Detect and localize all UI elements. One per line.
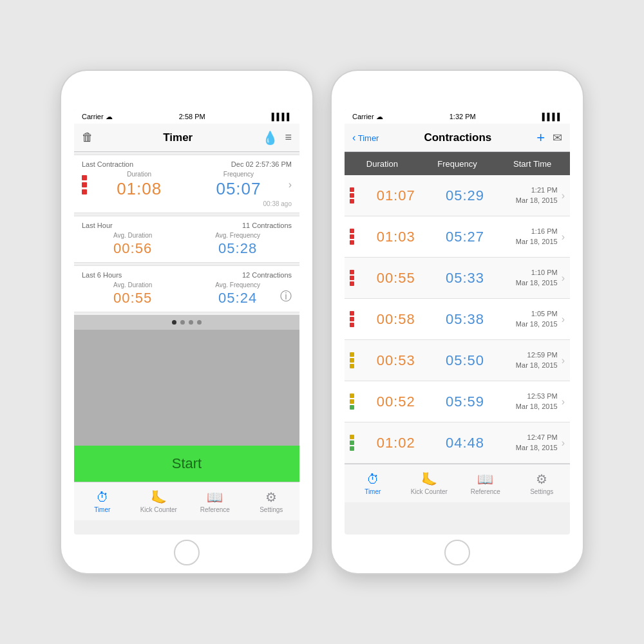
tab-timer-2[interactable]: ⏱ Timer — [345, 472, 401, 495]
carrier-1: Carrier ☁ — [82, 113, 113, 121]
kick-tab-icon: 🦶 — [151, 489, 167, 505]
header-frequency: Frequency — [420, 159, 495, 169]
table-header: Duration Frequency Start Time — [345, 152, 570, 175]
avg-freq-1: Avg. Frequency 05:28 — [215, 232, 260, 257]
home-button-2[interactable] — [444, 540, 470, 565]
last-6h-contractions: 12 Contractions — [242, 271, 292, 279]
last-hour-contractions: 11 Contractions — [242, 222, 292, 229]
ref-tab-label: Reference — [200, 506, 230, 513]
avg-dur-val-6h: 00:55 — [113, 290, 152, 307]
ago-text: 00:38 ago — [82, 200, 292, 207]
last-contraction-label: Last Contraction — [82, 160, 133, 168]
avg-freq-label-1: Avg. Frequency — [215, 232, 260, 239]
settings-tab-icon: ⚙ — [265, 489, 277, 505]
row-dots-4 — [350, 311, 359, 327]
drop-icon[interactable]: 💧 — [262, 130, 278, 146]
battery-1: ▌▌▌▌ — [272, 113, 292, 120]
row-chevron-5: › — [562, 355, 565, 366]
back-button[interactable]: ‹ Timer — [352, 132, 379, 144]
add-button[interactable]: + — [536, 129, 545, 146]
chevron-right-1[interactable]: › — [289, 179, 292, 191]
mail-icon[interactable]: ✉ — [553, 131, 562, 145]
settings-tab-label-2: Settings — [530, 488, 553, 495]
row-duration-5: 00:53 — [361, 352, 430, 369]
duration-label: Duration — [127, 171, 151, 178]
row-time-5: 12:59 PM Mar 18, 2015 — [500, 350, 558, 370]
row-dots-3 — [350, 270, 359, 286]
row-time-3: 1:10 PM Mar 18, 2015 — [500, 268, 558, 288]
tab-kick-2[interactable]: 🦶 Kick Counter — [401, 471, 458, 495]
row-time-1: 1:21 PM Mar 18, 2015 — [500, 185, 558, 205]
avg-freq-label-6h: Avg. Frequency — [215, 281, 260, 289]
row-duration-4: 00:58 — [361, 311, 430, 328]
row-frequency-4: 05:38 — [430, 311, 499, 328]
row-duration-2: 01:03 — [361, 229, 430, 245]
table-row[interactable]: 01:02 04:48 12:47 PM Mar 18, 2015 › — [345, 422, 570, 464]
table-row[interactable]: 00:55 05:33 1:10 PM Mar 18, 2015 › — [345, 258, 570, 299]
avg-freq-val-1: 05:28 — [218, 240, 257, 257]
avg-dur-label-1: Avg. Duration — [113, 232, 152, 239]
last-hour-card: Last Hour 11 Contractions Avg. Duration … — [74, 216, 299, 263]
row-frequency-5: 05:50 — [430, 352, 499, 369]
settings-tab-label: Settings — [260, 506, 283, 513]
table-row[interactable]: 01:03 05:27 1:16 PM Mar 18, 2015 › — [345, 216, 570, 258]
dot-4 — [197, 320, 202, 325]
row-chevron-3: › — [562, 272, 565, 284]
last-6hours-card: Last 6 Hours 12 Contractions Avg. Durati… — [74, 265, 299, 312]
timer-tab-icon: ⏱ — [96, 490, 109, 505]
tab-bar-1: ⏱ Timer 🦶 Kick Counter 📖 Reference ⚙ Set… — [74, 482, 299, 520]
phone-timer: Carrier ☁ 2:58 PM ▌▌▌▌ 🗑 Timer 💧 ≡ Last … — [61, 71, 312, 573]
dot-3 — [189, 320, 193, 325]
frequency-value: 05:07 — [216, 179, 261, 199]
nav-title-2: Contractions — [424, 131, 491, 144]
tab-settings-2[interactable]: ⚙ Settings — [514, 471, 571, 495]
avg-duration-6h: Avg. Duration 00:55 — [113, 281, 152, 307]
back-chevron-icon: ‹ — [352, 132, 355, 143]
tab-kick-1[interactable]: 🦶 Kick Counter — [131, 489, 187, 513]
frequency-label: Frequency — [223, 171, 254, 178]
last-hour-label: Last Hour — [82, 222, 113, 229]
table-row[interactable]: 01:07 05:29 1:21 PM Mar 18, 2015 › — [345, 175, 570, 216]
row-time-4: 1:05 PM Mar 18, 2015 — [500, 309, 558, 329]
row-chevron-7: › — [562, 437, 565, 449]
row-time-7: 12:47 PM Mar 18, 2015 — [500, 433, 558, 453]
info-icon[interactable]: ⓘ — [280, 289, 292, 304]
row-frequency-7: 04:48 — [430, 435, 499, 451]
start-button[interactable]: Start — [74, 446, 299, 482]
row-duration-7: 01:02 — [361, 435, 430, 451]
time-1: 2:58 PM — [179, 113, 205, 120]
duration-value: 01:08 — [117, 179, 162, 199]
row-dots-1 — [350, 187, 359, 204]
header-duration: Duration — [345, 159, 420, 169]
dot-2 — [180, 320, 185, 325]
tab-ref-2[interactable]: 📖 Reference — [457, 471, 514, 495]
trash-icon[interactable]: 🗑 — [82, 131, 93, 144]
back-label: Timer — [358, 133, 379, 143]
carrier-2: Carrier ☁ — [352, 113, 383, 121]
frequency-item: Frequency 05:07 — [216, 171, 261, 199]
home-button-1[interactable] — [174, 540, 200, 565]
avg-freq-val-6h: 05:24 — [218, 290, 257, 307]
last-contraction-card: Last Contraction Dec 02 2:57:36 PM Durat… — [74, 155, 299, 213]
page-indicators — [74, 315, 299, 330]
list-icon[interactable]: ≡ — [285, 131, 292, 144]
time-2: 1:32 PM — [450, 113, 476, 120]
avg-dur-val-1: 00:56 — [113, 240, 152, 257]
duration-item: Duration 01:08 — [117, 171, 162, 199]
tab-settings-1[interactable]: ⚙ Settings — [243, 489, 300, 513]
table-row[interactable]: 00:52 05:59 12:53 PM Mar 18, 2015 › — [345, 381, 570, 422]
timer-tab-label: Timer — [94, 506, 110, 513]
tab-timer-1[interactable]: ⏱ Timer — [74, 490, 131, 513]
avg-dur-label-6h: Avg. Duration — [113, 281, 152, 289]
row-frequency-3: 05:33 — [430, 270, 499, 287]
table-row[interactable]: 00:58 05:38 1:05 PM Mar 18, 2015 › — [345, 299, 570, 340]
table-row[interactable]: 00:53 05:50 12:59 PM Mar 18, 2015 › — [345, 340, 570, 381]
nav-bar-1: 🗑 Timer 💧 ≡ — [74, 124, 299, 152]
status-bar-2: Carrier ☁ 1:32 PM ▌▌▌▌ — [345, 109, 570, 124]
tab-ref-1[interactable]: 📖 Reference — [187, 489, 243, 513]
contraction-dots — [82, 175, 87, 194]
ref-tab-icon: 📖 — [207, 489, 223, 505]
row-duration-6: 00:52 — [361, 393, 430, 410]
last-6h-label: Last 6 Hours — [82, 271, 122, 279]
row-dots-7 — [350, 435, 359, 451]
